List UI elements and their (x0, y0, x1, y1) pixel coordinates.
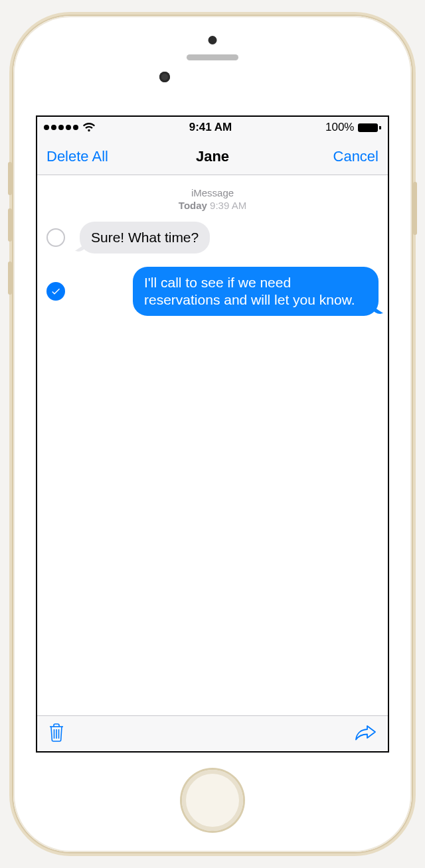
incoming-message-bubble[interactable]: Sure! What time? (80, 222, 210, 253)
thread-service-label: iMessage (46, 187, 379, 200)
cellular-signal-icon (44, 125, 78, 130)
wifi-icon (82, 123, 96, 132)
thread-time-label: 9:39 AM (210, 200, 246, 211)
iphone-device-frame: 9:41 AM 100% Delete All Jane Cancel iMes… (13, 16, 412, 852)
message-bubble-container: Sure! What time? (77, 222, 379, 253)
earpiece-speaker (187, 54, 238, 60)
status-right-cluster: 100% (325, 121, 381, 134)
share-arrow-icon (355, 724, 377, 744)
battery-percentage: 100% (325, 121, 354, 134)
status-left-cluster (44, 123, 96, 132)
battery-icon (358, 123, 381, 132)
delete-all-button[interactable]: Delete All (37, 138, 118, 175)
conversation-scroll[interactable]: iMessage Today 9:39 AM Sure! What time? (37, 175, 388, 715)
trash-button[interactable] (48, 723, 65, 745)
thread-timestamp: iMessage Today 9:39 AM (46, 187, 379, 212)
conversation-title: Jane (196, 148, 229, 165)
message-bubble-container: I'll call to see if we need reservations… (77, 267, 379, 317)
status-bar: 9:41 AM 100% (37, 117, 388, 138)
message-row: Sure! What time? (46, 222, 379, 253)
proximity-sensor (209, 36, 217, 44)
forward-button[interactable] (355, 724, 377, 744)
message-row: I'll call to see if we need reservations… (46, 267, 379, 317)
message-select-checkbox[interactable] (46, 228, 65, 247)
message-select-checkbox[interactable] (46, 282, 65, 301)
trash-icon (48, 723, 65, 745)
home-button[interactable] (182, 770, 243, 831)
screen: 9:41 AM 100% Delete All Jane Cancel iMes… (36, 115, 389, 753)
thread-day-label: Today (179, 200, 207, 211)
outgoing-message-bubble[interactable]: I'll call to see if we need reservations… (133, 267, 379, 317)
edit-toolbar (37, 715, 388, 751)
cancel-button[interactable]: Cancel (324, 138, 388, 175)
front-camera (159, 72, 170, 82)
navigation-bar: Delete All Jane Cancel (37, 138, 388, 175)
status-clock: 9:41 AM (189, 121, 232, 134)
